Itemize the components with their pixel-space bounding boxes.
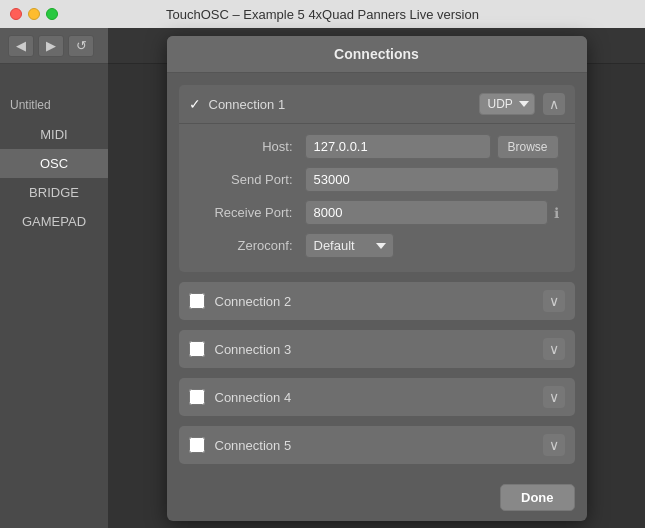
- back-button[interactable]: ◀: [8, 35, 34, 57]
- zeroconf-field-row: Zeroconf: Default None Advertise Browse: [195, 233, 559, 258]
- connections-dialog: Connections ✓ Connection 1 UDP TCP ∧: [108, 28, 645, 528]
- zeroconf-select[interactable]: Default None Advertise Browse: [305, 233, 394, 258]
- connection-card-3: Connection 3 ∨: [179, 330, 575, 368]
- connection-1-label: Connection 1: [209, 97, 479, 112]
- titlebar: TouchOSC – Example 5 4xQuad Panners Live…: [0, 0, 645, 28]
- connection-4-checkbox[interactable]: [189, 389, 205, 405]
- content-area: Connections ✓ Connection 1 UDP TCP ∧: [108, 64, 645, 528]
- zeroconf-label: Zeroconf:: [195, 238, 305, 253]
- sidebar: Untitled MIDI OSC BRIDGE GAMEPAD: [0, 64, 108, 528]
- document-label: Untitled: [0, 94, 108, 120]
- connection-5-chevron[interactable]: ∨: [543, 434, 565, 456]
- dialog-body: ✓ Connection 1 UDP TCP ∧ Host:: [167, 73, 587, 474]
- browse-button[interactable]: Browse: [497, 135, 559, 159]
- sidebar-item-gamepad[interactable]: GAMEPAD: [0, 207, 108, 236]
- refresh-button[interactable]: ↺: [68, 35, 94, 57]
- send-port-field-row: Send Port:: [195, 167, 559, 192]
- connection-5-header[interactable]: Connection 5 ∨: [179, 426, 575, 464]
- close-button[interactable]: [10, 8, 22, 20]
- sidebar-item-bridge[interactable]: BRIDGE: [0, 178, 108, 207]
- host-label: Host:: [195, 139, 305, 154]
- connection-4-label: Connection 4: [215, 390, 543, 405]
- connection-2-label: Connection 2: [215, 294, 543, 309]
- sidebar-item-midi[interactable]: MIDI: [0, 120, 108, 149]
- forward-button[interactable]: ▶: [38, 35, 64, 57]
- connection-3-label: Connection 3: [215, 342, 543, 357]
- send-port-label: Send Port:: [195, 172, 305, 187]
- receive-port-input[interactable]: [305, 200, 548, 225]
- connection-1-type-select[interactable]: UDP TCP: [479, 93, 535, 115]
- connection-5-checkbox[interactable]: [189, 437, 205, 453]
- dialog-title: Connections: [167, 36, 587, 73]
- host-field-row: Host: Browse: [195, 134, 559, 159]
- connection-1-header[interactable]: ✓ Connection 1 UDP TCP ∧: [179, 85, 575, 124]
- receive-port-field-row: Receive Port: ℹ: [195, 200, 559, 225]
- connection-1-chevron[interactable]: ∧: [543, 93, 565, 115]
- connection-2-checkbox[interactable]: [189, 293, 205, 309]
- connection-4-header[interactable]: Connection 4 ∨: [179, 378, 575, 416]
- connection-3-header[interactable]: Connection 3 ∨: [179, 330, 575, 368]
- connection-2-header[interactable]: Connection 2 ∨: [179, 282, 575, 320]
- sidebar-item-osc[interactable]: OSC: [0, 149, 108, 178]
- host-input[interactable]: [305, 134, 491, 159]
- connection-3-chevron[interactable]: ∨: [543, 338, 565, 360]
- dialog-panel: Connections ✓ Connection 1 UDP TCP ∧: [167, 36, 587, 521]
- connection-card-2: Connection 2 ∨: [179, 282, 575, 320]
- connection-1-checkmark: ✓: [189, 96, 201, 112]
- info-icon[interactable]: ℹ: [554, 205, 559, 221]
- connection-card-4: Connection 4 ∨: [179, 378, 575, 416]
- connection-1-details: Host: Browse Send Port: Receive Port:: [179, 124, 575, 272]
- connection-4-chevron[interactable]: ∨: [543, 386, 565, 408]
- done-button[interactable]: Done: [500, 484, 575, 511]
- connection-3-checkbox[interactable]: [189, 341, 205, 357]
- connection-card-1: ✓ Connection 1 UDP TCP ∧ Host:: [179, 85, 575, 272]
- maximize-button[interactable]: [46, 8, 58, 20]
- send-port-input[interactable]: [305, 167, 559, 192]
- receive-port-label: Receive Port:: [195, 205, 305, 220]
- traffic-lights: [10, 8, 58, 20]
- connection-card-5: Connection 5 ∨: [179, 426, 575, 464]
- dialog-footer: Done: [167, 474, 587, 521]
- connection-2-chevron[interactable]: ∨: [543, 290, 565, 312]
- connection-5-label: Connection 5: [215, 438, 543, 453]
- window-title: TouchOSC – Example 5 4xQuad Panners Live…: [166, 7, 479, 22]
- minimize-button[interactable]: [28, 8, 40, 20]
- main-layout: Untitled MIDI OSC BRIDGE GAMEPAD Connect…: [0, 64, 645, 528]
